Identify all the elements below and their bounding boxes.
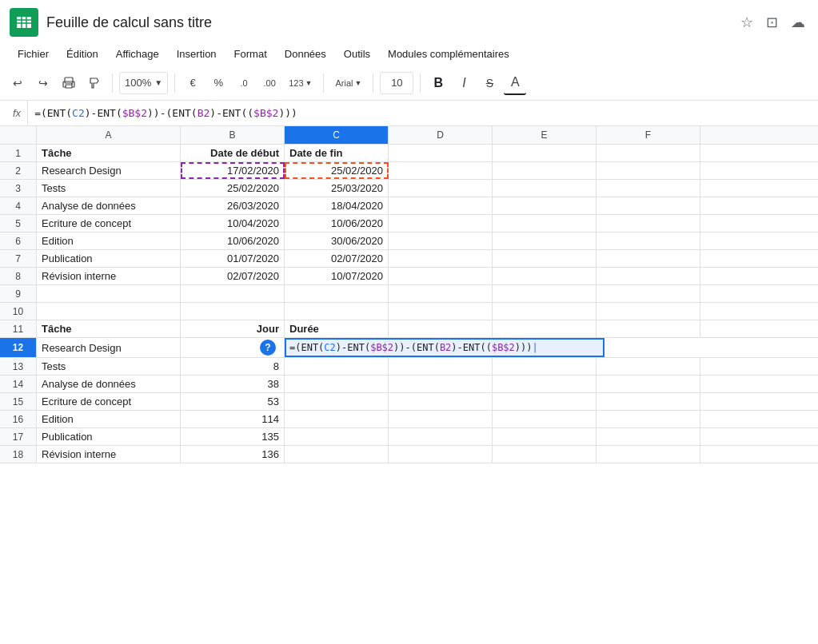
cell-F16[interactable] bbox=[597, 411, 700, 427]
cell-E15[interactable] bbox=[493, 393, 597, 410]
cell-C10[interactable] bbox=[285, 303, 389, 320]
menu-insertion[interactable]: Insertion bbox=[169, 46, 225, 62]
cell-D8[interactable] bbox=[389, 268, 493, 284]
cell-A1[interactable]: Tâche bbox=[37, 145, 181, 161]
cell-B5[interactable]: 10/04/2020 bbox=[181, 215, 285, 232]
cell-C3[interactable]: 25/03/2020 bbox=[285, 180, 389, 197]
cell-A4[interactable]: Analyse de données bbox=[37, 197, 181, 214]
cell-A5[interactable]: Ecriture de concept bbox=[37, 215, 181, 232]
cell-A9[interactable] bbox=[37, 285, 181, 302]
cell-F17[interactable] bbox=[597, 428, 700, 445]
cell-D9[interactable] bbox=[389, 285, 493, 302]
cell-C6[interactable]: 30/06/2020 bbox=[285, 233, 389, 249]
cell-C15[interactable] bbox=[285, 393, 389, 410]
cell-A6[interactable]: Edition bbox=[37, 233, 181, 249]
cell-B2[interactable]: 17/02/2020 bbox=[181, 162, 285, 179]
cell-D5[interactable] bbox=[389, 215, 493, 232]
zoom-selector[interactable]: 100% ▼ bbox=[119, 72, 168, 94]
cell-E10[interactable] bbox=[493, 303, 597, 320]
cell-F1[interactable] bbox=[597, 145, 700, 161]
cell-E5[interactable] bbox=[493, 215, 597, 232]
cell-F10[interactable] bbox=[597, 303, 700, 320]
font-selector[interactable]: Arial ▼ bbox=[330, 71, 366, 95]
cell-C5[interactable]: 10/06/2020 bbox=[285, 215, 389, 232]
cell-E11[interactable] bbox=[493, 320, 597, 337]
cell-E8[interactable] bbox=[493, 268, 597, 284]
cell-C2[interactable]: 25/02/2020 bbox=[285, 162, 389, 179]
cell-D2[interactable] bbox=[389, 162, 493, 179]
more-formats-button[interactable]: 123 ▼ bbox=[284, 71, 317, 95]
cell-D1[interactable] bbox=[389, 145, 493, 161]
cell-D17[interactable] bbox=[389, 428, 493, 445]
row-num-3[interactable]: 3 bbox=[0, 180, 37, 197]
row-num-12[interactable]: 12 bbox=[0, 338, 37, 357]
row-num-8[interactable]: 8 bbox=[0, 268, 37, 284]
cell-E18[interactable] bbox=[493, 446, 597, 463]
cell-A3[interactable]: Tests bbox=[37, 180, 181, 197]
row-num-1[interactable]: 1 bbox=[0, 145, 37, 161]
row-num-2[interactable]: 2 bbox=[0, 162, 37, 179]
cell-F18[interactable] bbox=[597, 446, 700, 463]
cell-C8[interactable]: 10/07/2020 bbox=[285, 268, 389, 284]
cell-B4[interactable]: 26/03/2020 bbox=[181, 197, 285, 214]
cell-B7[interactable]: 01/07/2020 bbox=[181, 250, 285, 267]
row-num-13[interactable]: 13 bbox=[0, 358, 37, 375]
cell-A11[interactable]: Tâche bbox=[37, 320, 181, 337]
cell-C1[interactable]: Date de fin bbox=[285, 145, 389, 161]
drive-icon[interactable]: ⊡ bbox=[763, 10, 781, 34]
cell-F14[interactable] bbox=[597, 376, 700, 392]
cloud-icon[interactable]: ☁ bbox=[788, 10, 808, 34]
cell-A13[interactable]: Tests bbox=[37, 358, 181, 375]
cell-B8[interactable]: 02/07/2020 bbox=[181, 268, 285, 284]
cell-F9[interactable] bbox=[597, 285, 700, 302]
col-header-A[interactable]: A bbox=[37, 126, 181, 144]
cell-D4[interactable] bbox=[389, 197, 493, 214]
font-size-input[interactable]: 10 bbox=[380, 72, 413, 94]
cell-C4[interactable]: 18/04/2020 bbox=[285, 197, 389, 214]
row-num-10[interactable]: 10 bbox=[0, 303, 37, 320]
cell-F15[interactable] bbox=[597, 393, 700, 410]
cell-C7[interactable]: 02/07/2020 bbox=[285, 250, 389, 267]
cell-C11[interactable]: Durée bbox=[285, 320, 389, 337]
strikethrough-button[interactable]: S bbox=[478, 71, 501, 95]
undo-button[interactable]: ↩ bbox=[6, 71, 29, 95]
cell-F11[interactable] bbox=[597, 320, 700, 337]
menu-outils[interactable]: Outils bbox=[336, 46, 378, 62]
cell-F8[interactable] bbox=[597, 268, 700, 284]
cell-B1[interactable]: Date de début bbox=[181, 145, 285, 161]
col-header-F[interactable]: F bbox=[597, 126, 700, 144]
col-header-B[interactable]: B bbox=[181, 126, 285, 144]
percent-button[interactable]: % bbox=[207, 71, 229, 95]
row-num-7[interactable]: 7 bbox=[0, 250, 37, 267]
cell-E16[interactable] bbox=[493, 411, 597, 427]
cell-F7[interactable] bbox=[597, 250, 700, 267]
menu-affichage[interactable]: Affichage bbox=[108, 46, 167, 62]
star-icon[interactable]: ☆ bbox=[737, 10, 756, 34]
cell-B15[interactable]: 53 bbox=[181, 393, 285, 410]
cell-B3[interactable]: 25/02/2020 bbox=[181, 180, 285, 197]
cell-C18[interactable] bbox=[285, 446, 389, 463]
cell-E17[interactable] bbox=[493, 428, 597, 445]
cell-E2[interactable] bbox=[493, 162, 597, 179]
menu-edition[interactable]: Édition bbox=[58, 46, 106, 62]
underline-button[interactable]: A bbox=[504, 71, 526, 95]
currency-button[interactable]: € bbox=[182, 71, 204, 95]
cell-B16[interactable]: 114 bbox=[181, 411, 285, 427]
cell-B17[interactable]: 135 bbox=[181, 428, 285, 445]
row-num-5[interactable]: 5 bbox=[0, 215, 37, 232]
cell-D10[interactable] bbox=[389, 303, 493, 320]
row-num-16[interactable]: 16 bbox=[0, 411, 37, 427]
cell-C13[interactable] bbox=[285, 358, 389, 375]
menu-format[interactable]: Format bbox=[226, 46, 275, 62]
decimal-more-button[interactable]: .00 bbox=[258, 71, 281, 95]
cell-D6[interactable] bbox=[389, 233, 493, 249]
col-header-C[interactable]: C bbox=[285, 126, 389, 144]
cell-E13[interactable] bbox=[493, 358, 597, 375]
print-button[interactable] bbox=[58, 71, 80, 95]
cell-A12[interactable]: Research Design bbox=[37, 338, 181, 357]
row-num-4[interactable]: 4 bbox=[0, 197, 37, 214]
paint-format-button[interactable] bbox=[83, 71, 106, 95]
cell-D14[interactable] bbox=[389, 376, 493, 392]
cell-C14[interactable] bbox=[285, 376, 389, 392]
cell-B18[interactable]: 136 bbox=[181, 446, 285, 463]
